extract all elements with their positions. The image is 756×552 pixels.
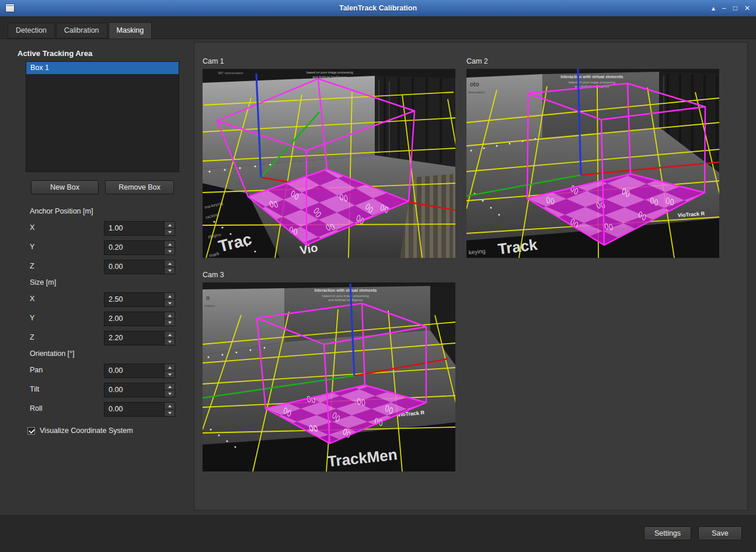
cam3-view: o ntation Interaction with virtual eleme… xyxy=(203,282,455,471)
size-z-spin-buttons xyxy=(164,331,175,345)
cam1-label: Cam 1 xyxy=(203,57,224,65)
visualize-checkbox[interactable] xyxy=(27,427,35,435)
spin-down-button[interactable] xyxy=(165,338,175,345)
roll-spinbox: 0.00 xyxy=(104,402,175,417)
svg-text:o: o xyxy=(206,295,210,301)
anchor-y-label: Y xyxy=(30,243,34,251)
spin-up-icon xyxy=(168,386,172,388)
anchor-y-value[interactable]: 0.20 xyxy=(104,241,164,254)
size-z-value[interactable]: 2.20 xyxy=(104,331,164,345)
svg-text:360° representation: 360° representation xyxy=(218,71,243,75)
cam3-scene: o ntation Interaction with virtual eleme… xyxy=(203,282,455,471)
pan-value[interactable]: 0.00 xyxy=(104,364,164,378)
size-y-label: Y xyxy=(30,314,34,322)
size-x-value[interactable]: 2.50 xyxy=(104,293,164,306)
cam2-scene: oto resentation Interaction with virtual… xyxy=(466,69,719,258)
maximize-icon[interactable]: □ xyxy=(733,5,737,12)
spin-up-icon xyxy=(168,243,172,246)
anchor-section-label: Anchor Position [m] xyxy=(30,207,93,215)
masking-pane: Active Tracking Area Box 1 New Box Remov… xyxy=(0,39,756,516)
shade-icon[interactable]: ▴ xyxy=(712,5,715,12)
spin-up-button[interactable] xyxy=(165,331,175,338)
spin-up-button[interactable] xyxy=(165,403,175,410)
list-item-box1[interactable]: Box 1 xyxy=(26,62,179,74)
orientation-section-label: Orientation [°] xyxy=(30,350,75,358)
tilt-value[interactable]: 0.00 xyxy=(104,383,164,397)
spin-down-button[interactable] xyxy=(165,390,175,397)
spin-down-icon xyxy=(168,250,172,253)
close-icon[interactable]: ✕ xyxy=(744,5,750,12)
tab-bar: Detection Calibration Masking xyxy=(8,22,153,39)
spin-down-icon xyxy=(168,231,172,233)
anchor-z-label: Z xyxy=(30,262,34,270)
pan-spin-buttons xyxy=(164,364,175,378)
svg-text:ntation: ntation xyxy=(204,304,215,308)
tracking-area-heading: Active Tracking Area xyxy=(18,49,92,58)
settings-button[interactable]: Settings xyxy=(644,526,691,540)
spin-up-button[interactable] xyxy=(165,222,175,229)
app-icon xyxy=(5,4,15,12)
tracking-area-list[interactable]: Box 1 xyxy=(26,61,179,172)
spin-down-button[interactable] xyxy=(165,319,175,326)
new-box-button[interactable]: New Box xyxy=(31,180,99,194)
spin-down-icon xyxy=(168,322,172,324)
tab-calibration[interactable]: Calibration xyxy=(56,23,107,39)
visualize-label: Visualize Coordinate System xyxy=(40,427,133,435)
spin-up-icon xyxy=(168,224,172,226)
spin-down-button[interactable] xyxy=(165,410,175,416)
spin-down-icon xyxy=(168,393,172,395)
roll-spin-buttons xyxy=(164,403,175,416)
roll-label: Roll xyxy=(30,404,43,413)
spin-up-button[interactable] xyxy=(165,293,175,300)
svg-text:oto: oto xyxy=(470,81,479,88)
spin-down-icon xyxy=(168,373,172,376)
tilt-spinbox: 0.00 xyxy=(104,383,175,397)
pan-label: Pan xyxy=(30,366,43,374)
titlebar[interactable]: TalenTrack Calibration ▴ – □ ✕ xyxy=(0,0,756,16)
anchor-z-spin-buttons xyxy=(164,260,175,274)
anchor-z-value[interactable]: 0.00 xyxy=(104,260,164,274)
spin-up-icon xyxy=(168,366,172,369)
svg-text:and Artificial Intelligence: and Artificial Intelligence xyxy=(328,298,363,302)
minimize-icon[interactable]: – xyxy=(722,5,726,12)
camera-view-panel: Cam 1 Cam 2 Cam 3 xyxy=(194,42,748,511)
svg-text:resentation: resentation xyxy=(468,90,485,94)
spin-down-button[interactable] xyxy=(165,267,175,274)
cam1-view: 360° representation based on pure image … xyxy=(203,69,455,258)
spin-up-button[interactable] xyxy=(165,241,175,248)
spin-up-button[interactable] xyxy=(165,312,175,319)
save-button[interactable]: Save xyxy=(698,526,742,540)
roll-value[interactable]: 0.00 xyxy=(104,403,164,416)
svg-text:Interaction with virtual eleme: Interaction with virtual elements xyxy=(315,288,377,292)
spin-down-icon xyxy=(168,341,172,343)
spin-up-button[interactable] xyxy=(165,364,175,371)
svg-text:based on pure image processing: based on pure image processing xyxy=(322,294,369,298)
size-z-label: Z xyxy=(30,333,34,341)
remove-box-button[interactable]: Remove Box xyxy=(105,180,174,194)
cam1-scene: 360° representation based on pure image … xyxy=(203,69,455,258)
size-y-value[interactable]: 2.00 xyxy=(104,312,164,326)
sidebar: Active Tracking Area Box 1 New Box Remov… xyxy=(0,39,194,516)
size-y-spin-buttons xyxy=(164,312,175,326)
spin-down-button[interactable] xyxy=(165,371,175,378)
spin-down-button[interactable] xyxy=(165,248,175,254)
tilt-spin-buttons xyxy=(164,383,175,397)
anchor-y-spin-buttons xyxy=(164,241,175,254)
cam2-label: Cam 2 xyxy=(466,57,488,65)
spin-up-button[interactable] xyxy=(165,260,175,267)
anchor-x-spinbox: 1.00 xyxy=(104,221,175,236)
spin-up-icon xyxy=(168,315,172,317)
window-controls: ▴ – □ ✕ xyxy=(712,0,750,16)
spin-down-button[interactable] xyxy=(165,300,175,306)
checkmark-icon xyxy=(29,427,35,434)
spin-down-button[interactable] xyxy=(165,229,175,235)
anchor-z-spinbox: 0.00 xyxy=(104,260,175,274)
tab-detection[interactable]: Detection xyxy=(8,23,55,39)
spin-down-icon xyxy=(168,270,172,272)
tab-masking[interactable]: Masking xyxy=(109,22,152,39)
svg-text:based on pure image processing: based on pure image processing xyxy=(306,71,353,74)
spin-down-icon xyxy=(168,412,172,414)
anchor-x-value[interactable]: 1.00 xyxy=(104,222,164,235)
spin-up-button[interactable] xyxy=(165,383,175,390)
size-section-label: Size [m] xyxy=(30,278,56,287)
